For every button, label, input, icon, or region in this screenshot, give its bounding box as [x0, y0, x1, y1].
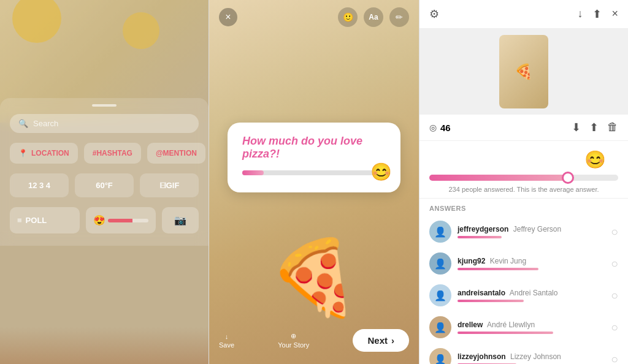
answer-info-2: kjung92 Kevin Jung	[458, 257, 605, 270]
answer-info-1: jeffreydgerson Jeffrey Gerson	[458, 225, 605, 238]
message-icon-5[interactable]: ○	[611, 352, 618, 365]
message-icon-4[interactable]: ○	[611, 320, 618, 335]
stats-bar: ◎ 46 ⬇ ⬆ 🗑	[419, 115, 628, 141]
avatar-3: 👤	[429, 284, 451, 306]
stats-action-buttons: ⬇ ⬆ 🗑	[572, 121, 618, 134]
eye-icon: ◎	[429, 123, 437, 132]
views-count-area: ◎ 46	[429, 123, 451, 133]
result-thumb	[562, 172, 574, 184]
result-track-container	[429, 175, 618, 181]
answer-names-3: andreisantalo Andrei Santalo	[458, 289, 605, 297]
your-story-btn[interactable]: ⊕ Your Story	[278, 332, 309, 349]
location-pin-icon: 📍	[18, 149, 28, 157]
result-track	[429, 175, 618, 181]
message-icon-1[interactable]: ○	[611, 225, 618, 239]
editor-close-btn[interactable]: ×	[219, 8, 237, 26]
avatar-1: 👤	[429, 221, 451, 243]
tray-handle	[92, 104, 117, 107]
answer-row-3: 👤 andreisantalo Andrei Santalo ○	[419, 279, 628, 311]
avatar-2: 👤	[429, 252, 451, 275]
camera-btn[interactable]: 📷	[162, 207, 199, 233]
poll-icon: ≡	[17, 216, 22, 225]
avatar-5: 👤	[429, 348, 451, 364]
temp-sticker-btn[interactable]: 60°F	[75, 173, 134, 197]
story-thumbnail	[499, 35, 548, 108]
panel-sticker-picker: 🔍 Search 📍 LOCATION #HASHTAG @MENTION 12…	[0, 0, 209, 364]
gif-label: GIF	[166, 181, 180, 190]
download-story-icon[interactable]: ⬇	[572, 121, 581, 134]
sticker-icon: 🙂	[343, 12, 353, 22]
answer-names-2: kjung92 Kevin Jung	[458, 257, 605, 265]
header-right-icons: ↓ ⬆ ×	[577, 7, 618, 21]
answer-row-1: 👤 jeffreydgerson Jeffrey Gerson ○	[419, 216, 628, 248]
search-placeholder: Search	[33, 119, 58, 128]
slider-track-container[interactable]: 😊	[242, 170, 386, 175]
views-number: 46	[440, 123, 451, 133]
slider-track-preview	[108, 219, 148, 222]
hashtag-sticker-btn[interactable]: #HASHTAG	[84, 143, 141, 164]
result-emoji: 😊	[584, 150, 606, 170]
answer-bar-3	[458, 300, 524, 302]
realname-2: Kevin Jung	[490, 257, 526, 265]
message-icon-3[interactable]: ○	[611, 289, 618, 303]
editor-top-bar: × 🙂 Aa ✏	[209, 0, 419, 34]
answer-bar-4	[458, 332, 553, 334]
poll-label: POLL	[26, 216, 47, 225]
panel-story-insights: ⚙ ↓ ⬆ × ◎ 46 ⬇ ⬆ 🗑 😊 234	[419, 0, 628, 364]
mention-label: @MENTION	[156, 149, 197, 157]
realname-1: Jeffrey Gerson	[513, 225, 561, 233]
slider-emoji-icon: 😍	[93, 214, 105, 226]
answer-bar-1	[458, 236, 502, 238]
search-icon: 🔍	[18, 119, 28, 128]
save-arrow-icon: ↓	[225, 333, 229, 340]
realname-4: André Llewllyn	[487, 320, 535, 329]
close-icon[interactable]: ×	[611, 7, 618, 21]
answer-bar-container-3	[458, 300, 605, 302]
location-label: LOCATION	[31, 149, 69, 157]
sticker-grid-row1: 📍 LOCATION #HASHTAG @MENTION	[10, 143, 199, 164]
share-story-icon[interactable]: ⬆	[589, 121, 599, 134]
timer-sticker-btn[interactable]: 12 3 4	[10, 173, 69, 197]
slider-sticker-overlay: How much do you love pizza?! 😊	[228, 123, 400, 192]
sticker-search-bar[interactable]: 🔍 Search	[10, 114, 199, 133]
result-caption: 234 people answered. This is the average…	[448, 186, 599, 193]
sticker-grid-row2: 12 3 4 60°F 🎞 GIF	[10, 173, 199, 197]
text-tool-btn[interactable]: Aa	[364, 7, 383, 27]
sticker-tool-btn[interactable]: 🙂	[338, 7, 358, 27]
save-btn[interactable]: ↓ Save	[219, 333, 234, 349]
share-icon[interactable]: ⬆	[592, 7, 602, 21]
poll-sticker-btn[interactable]: ≡ POLL	[10, 207, 80, 233]
download-icon[interactable]: ↓	[577, 7, 583, 21]
next-button[interactable]: Next ›	[353, 329, 409, 352]
slider-thumb-emoji: 😊	[370, 162, 392, 182]
mention-sticker-btn[interactable]: @MENTION	[147, 143, 205, 164]
pizza-character: 🍕	[268, 235, 360, 321]
camera-icon: 📷	[174, 214, 186, 226]
message-icon-2[interactable]: ○	[611, 257, 618, 271]
close-icon: ×	[225, 12, 231, 23]
realname-3: Andrei Santalo	[510, 289, 558, 297]
answer-names-4: drellew André Llewllyn	[458, 320, 605, 329]
next-label: Next	[367, 335, 388, 346]
sticker-grid-row3: ≡ POLL 😍 📷	[10, 207, 199, 233]
slider-sticker-btn[interactable]: 😍	[86, 207, 156, 233]
temp-label: 60°F	[96, 181, 113, 190]
slider-result-section: 😊 234 people answered. This is the avera…	[419, 141, 628, 199]
username-2: kjung92	[458, 257, 485, 265]
answer-info-5: lizzeyjohnson Lizzey Johnson	[458, 352, 605, 364]
header-left-icons: ⚙	[429, 7, 439, 21]
delete-story-icon[interactable]: 🗑	[607, 121, 618, 134]
gif-frame-icon: 🎞	[159, 182, 166, 189]
panel1-bottom-fade	[0, 327, 209, 364]
answer-bar-container-4	[458, 332, 605, 334]
gif-sticker-btn[interactable]: 🎞 GIF	[140, 173, 199, 197]
answer-row-2: 👤 kjung92 Kevin Jung ○	[419, 248, 628, 279]
slider-question-text: How much do you love pizza?!	[242, 135, 386, 161]
location-sticker-btn[interactable]: 📍 LOCATION	[10, 143, 78, 164]
settings-icon[interactable]: ⚙	[429, 7, 439, 21]
answer-bar-2	[458, 268, 538, 270]
answer-bar-container-2	[458, 268, 605, 270]
draw-tool-btn[interactable]: ✏	[389, 7, 409, 27]
save-label: Save	[219, 341, 234, 349]
answer-row-5: 👤 lizzeyjohnson Lizzey Johnson ○	[419, 343, 628, 364]
